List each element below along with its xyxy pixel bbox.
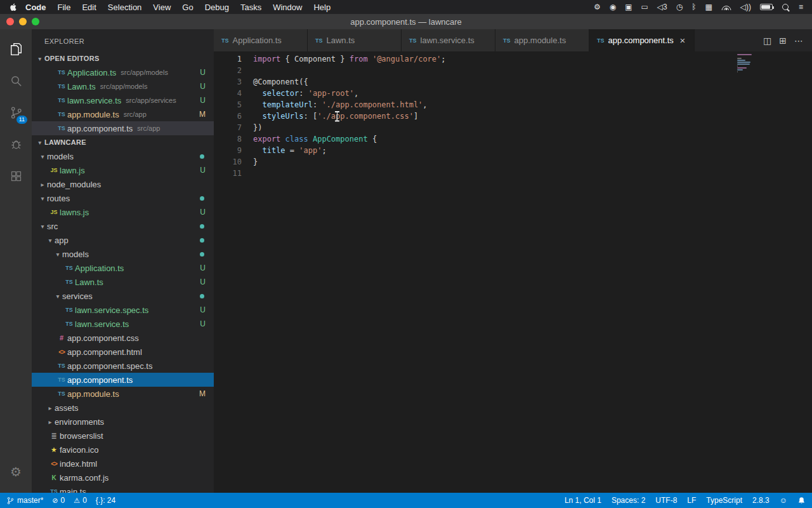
menu-item-window[interactable]: Window	[273, 3, 302, 12]
search-icon[interactable]	[0, 65, 32, 97]
github-icon[interactable]: ◉	[610, 3, 616, 11]
tree-file-app-component-css[interactable]: #app.component.css	[32, 331, 214, 345]
minimap[interactable]	[737, 54, 770, 75]
menu-app-name[interactable]: Code	[25, 3, 46, 12]
tab-app-module-ts[interactable]: TSapp.module.ts	[495, 29, 589, 51]
tree-folder-routes[interactable]: ▾routes	[32, 191, 214, 205]
tab-lawn-ts[interactable]: TSLawn.ts	[308, 29, 402, 51]
open-editor-lawn-service-ts[interactable]: TSlawn.service.tssrc/app/servicesU	[32, 93, 214, 107]
debug-icon[interactable]	[0, 128, 32, 160]
tree-file-lawn-js[interactable]: JSlawn.jsU	[32, 163, 214, 177]
open-editor-lawn-ts[interactable]: TSLawn.tssrc/app/modelsU	[32, 79, 214, 93]
code-line-4[interactable]: 4 selector: 'app-root',	[214, 88, 812, 99]
minimize-window-button[interactable]	[19, 18, 27, 25]
tree-folder-app[interactable]: ▾app	[32, 233, 214, 247]
tree-file-karma-conf-js[interactable]: Kkarma.conf.js	[32, 471, 214, 485]
clock-icon[interactable]: ◷	[676, 3, 683, 11]
airplay-icon[interactable]: ▦	[705, 3, 712, 11]
zoom-window-button[interactable]	[32, 18, 39, 25]
feedback-smiley-icon[interactable]: ☺	[780, 496, 787, 505]
tree-folder-environments[interactable]: ▸environments	[32, 415, 214, 429]
code-line-2[interactable]: 2	[214, 65, 812, 76]
status-language-mode[interactable]: TypeScript	[706, 496, 742, 505]
tree-folder-models[interactable]: ▾models	[32, 149, 214, 163]
window-titlebar[interactable]: app.component.ts — lawncare	[0, 14, 812, 29]
bluetooth-icon[interactable]: ᛒ	[691, 3, 696, 11]
code-editor[interactable]: 1import { Component } from '@angular/cor…	[214, 51, 812, 493]
source-control-icon[interactable]: 11	[0, 97, 32, 128]
status-warnings[interactable]: ⚠0	[74, 496, 87, 505]
notifications-bell-icon[interactable]	[797, 497, 806, 505]
extensions-icon[interactable]	[0, 160, 32, 192]
tree-folder-assets[interactable]: ▸assets	[32, 401, 214, 415]
tree-file-lawn-service-ts[interactable]: TSlawn.service.tsU	[32, 317, 214, 331]
menu-item-debug[interactable]: Debug	[205, 3, 229, 12]
code-line-8[interactable]: 8export class AppComponent {	[214, 133, 812, 145]
spotlight-search-icon[interactable]	[782, 3, 790, 11]
menu-item-tasks[interactable]: Tasks	[240, 3, 261, 12]
code-line-9[interactable]: 9 title = 'app';	[214, 145, 812, 156]
code-line-10[interactable]: 10}	[214, 156, 812, 168]
menu-item-go[interactable]: Go	[182, 3, 193, 12]
wifi-icon[interactable]	[721, 4, 731, 10]
code-line-11[interactable]: 11	[214, 168, 812, 179]
settings-sliders-icon[interactable]: ⚙	[594, 3, 601, 11]
volume-icon[interactable]: ◁))	[740, 3, 751, 11]
tree-file-lawn-ts[interactable]: TSLawn.tsU	[32, 275, 214, 289]
code-line-5[interactable]: 5 templateUrl: './app.component.html',	[214, 99, 812, 110]
code-line-3[interactable]: 3@Component({	[214, 76, 812, 88]
status-errors[interactable]: ⊘0	[52, 496, 65, 505]
open-editors-header[interactable]: ▾ OPEN EDITORS	[32, 51, 214, 65]
close-tab-icon[interactable]: ×	[678, 35, 688, 46]
explorer-icon[interactable]	[0, 33, 32, 65]
open-editor-app-module-ts[interactable]: TSapp.module.tssrc/appM	[32, 107, 214, 121]
tree-file-app-component-ts[interactable]: TSapp.component.ts	[32, 373, 214, 387]
open-editor-application-ts[interactable]: TSApplication.tssrc/app/modelsU	[32, 65, 214, 79]
menu-item-file[interactable]: File	[58, 3, 71, 12]
settings-gear-icon[interactable]: ⚙	[0, 456, 32, 488]
split-editor-icon[interactable]: ◫	[763, 36, 771, 46]
status-cursor-position[interactable]: Ln 1, Col 1	[565, 496, 601, 505]
menu-item-edit[interactable]: Edit	[82, 3, 96, 12]
menu-item-view[interactable]: View	[153, 3, 171, 12]
camera-icon[interactable]: ▣	[625, 3, 632, 11]
menu-item-help[interactable]: Help	[313, 3, 331, 12]
open-editor-app-component-ts[interactable]: TSapp.component.tssrc/app	[32, 121, 214, 135]
tree-file-app-module-ts[interactable]: TSapp.module.tsM	[32, 387, 214, 401]
status-git-branch[interactable]: master*	[6, 496, 43, 505]
close-window-button[interactable]	[6, 18, 14, 25]
notification-center-icon[interactable]: ≡	[799, 3, 803, 11]
tree-file-favicon-ico[interactable]: ★favicon.ico	[32, 443, 214, 457]
more-actions-icon[interactable]: ⋯	[794, 36, 803, 46]
code-line-6[interactable]: 6 styleUrls: ['./app.component.css']	[214, 110, 812, 122]
status-typescript-version[interactable]: 2.8.3	[752, 496, 769, 505]
tree-folder-services[interactable]: ▾services	[32, 289, 214, 303]
tab-application-ts[interactable]: TSApplication.ts	[214, 29, 308, 51]
tree-file-app-component-html[interactable]: <>app.component.html	[32, 345, 214, 359]
tree-folder-models[interactable]: ▾models	[32, 247, 214, 261]
editor-layout-icon[interactable]: ⊞	[779, 36, 787, 46]
audio-output-icon[interactable]: ◁3	[657, 3, 667, 11]
status-typescript-brace-status[interactable]: {.}: 24	[96, 496, 115, 505]
tree-file-lawns-js[interactable]: JSlawns.jsU	[32, 205, 214, 219]
status-indentation[interactable]: Spaces: 2	[612, 496, 645, 505]
tree-file-lawn-service-spec-ts[interactable]: TSlawn.service.spec.tsU	[32, 303, 214, 317]
battery-icon[interactable]	[760, 4, 773, 10]
tree-file-browserslist[interactable]: ≣browserslist	[32, 429, 214, 443]
apple-menu-icon[interactable]	[9, 3, 17, 11]
code-line-7[interactable]: 7})	[214, 122, 812, 133]
tree-folder-src[interactable]: ▾src	[32, 219, 214, 233]
tree-file-app-component-spec-ts[interactable]: TSapp.component.spec.ts	[32, 359, 214, 373]
tree-file-index-html[interactable]: <>index.html	[32, 457, 214, 471]
tree-file-main-ts[interactable]: TSmain.ts	[32, 485, 214, 493]
tab-app-component-ts[interactable]: TSapp.component.ts×	[589, 29, 695, 51]
status-encoding[interactable]: UTF-8	[655, 496, 677, 505]
menu-item-selection[interactable]: Selection	[108, 3, 141, 12]
project-section-header[interactable]: ▾ LAWNCARE	[32, 135, 214, 149]
display-icon[interactable]: ▭	[641, 3, 648, 11]
code-line-1[interactable]: 1import { Component } from '@angular/cor…	[214, 53, 812, 65]
status-eol-sequence[interactable]: LF	[687, 496, 696, 505]
tree-file-application-ts[interactable]: TSApplication.tsU	[32, 261, 214, 275]
tab-lawn-service-ts[interactable]: TSlawn.service.ts	[402, 29, 495, 51]
tree-folder-node-modules[interactable]: ▸node_modules	[32, 177, 214, 191]
